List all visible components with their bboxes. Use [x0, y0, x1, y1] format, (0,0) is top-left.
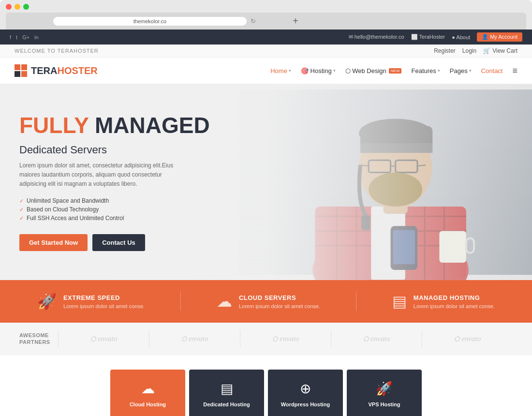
twitter-icon[interactable]: t — [16, 34, 17, 40]
hero-buttons: Get Started Now Contact Us — [19, 234, 210, 251]
wordpress-hosting-label: Wordpress Hosting — [281, 401, 330, 407]
my-account-button[interactable]: 👤 My Account — [477, 32, 522, 42]
partner-logo-2: ⬡ envato — [149, 330, 240, 347]
feature-cloud-desc: Lorem ipsum dolor sit amet conse. — [239, 303, 320, 309]
speed-icon: 🚀 — [37, 292, 57, 311]
feature-divider-1 — [180, 292, 181, 311]
hero-title-managed: MANAGED — [95, 113, 210, 138]
tab-dedicated-hosting[interactable]: ▤ Dedicated Hosting — [189, 370, 264, 416]
top-utility-bar: f t G+ in ✉ hello@themekolor.co ⬜ TeraHo… — [0, 30, 532, 45]
hero-subtitle: Dedicated Servers — [19, 144, 210, 156]
feature-cloud-text: CLOUD SERVERS Lorem ipsum dolor sit amet… — [239, 294, 320, 309]
nav-features[interactable]: Features ▾ — [411, 67, 440, 74]
feature-divider-2 — [356, 292, 356, 311]
feature-managed-title: MANAGED HOSTING — [414, 294, 495, 301]
feature-cloud: ☁ CLOUD SERVERS Lorem ipsum dolor sit am… — [217, 292, 320, 311]
refresh-icon[interactable]: ↻ — [251, 17, 256, 25]
cloud-hosting-label: Cloud Hosting — [130, 401, 166, 407]
partner-logo-5: ⬡ envato — [422, 330, 513, 347]
hosting-tabs: ☁ Cloud Hosting ▤ Dedicated Hosting ⊕ Wo… — [0, 355, 532, 416]
partners-label: AWESOMEPARTNERS — [19, 332, 58, 346]
welcome-bar-right: Register Login 🛒 View Cart — [434, 47, 517, 54]
feature-managed-desc: Lorem ipsum dolor sit amet conse. — [414, 303, 495, 309]
logo[interactable]: TERAHOSTER — [15, 64, 98, 77]
login-link[interactable]: Login — [462, 47, 476, 54]
browser-chrome: themekolor.co ↻ + — [0, 0, 532, 30]
hamburger-menu[interactable]: ≡ — [512, 66, 517, 76]
dedicated-hosting-icon: ▤ — [221, 381, 233, 397]
view-cart-link[interactable]: 🛒 View Cart — [483, 47, 517, 54]
feature-item-2: ✓Based on Cloud Technology — [19, 205, 210, 214]
partner-logo-1: ⬡ envato — [58, 330, 149, 347]
feature-cloud-title: CLOUD SERVERS — [239, 294, 320, 301]
feature-managed: ▤ MANAGED HOSTING Lorem ipsum dolor sit … — [392, 292, 495, 311]
feature-speed: 🚀 EXTREME SPEED Lorem ipsum dolor sit am… — [37, 292, 145, 311]
feature-item-1: ✓Unlimited Space and Bandwidth — [19, 196, 210, 205]
nav-pages[interactable]: Pages ▾ — [450, 67, 472, 74]
main-navigation: TERAHOSTER Home ▾ 🎯 Hosting ▾ ⬡ Web Desi… — [0, 58, 532, 84]
url-bar[interactable]: themekolor.co — [53, 17, 247, 26]
email-link[interactable]: ✉ hello@themekolor.co — [349, 34, 404, 40]
dot-yellow[interactable] — [15, 4, 20, 10]
browser-dots — [6, 4, 526, 10]
hero-features-list: ✓Unlimited Space and Bandwidth ✓Based on… — [19, 196, 210, 223]
dot-green[interactable] — [23, 4, 29, 10]
facebook-icon[interactable]: f — [10, 34, 11, 40]
nav-contact[interactable]: Contact — [481, 67, 503, 74]
hero-title: FULLY MANAGED — [19, 113, 210, 138]
terahoster-link[interactable]: ⬜ TeraHoster — [411, 34, 445, 40]
welcome-text: WELCOME TO TERAHOSTER — [15, 48, 99, 54]
vps-hosting-icon: 🚀 — [376, 381, 393, 397]
feature-speed-text: EXTREME SPEED Lorem ipsum dolor sit amet… — [63, 294, 145, 309]
tab-vps-hosting[interactable]: 🚀 VPS Hosting — [347, 370, 422, 416]
nav-items: Home ▾ 🎯 Hosting ▾ ⬡ Web Design NEW Feat… — [270, 66, 517, 76]
logo-icon — [15, 64, 27, 77]
cloud-icon: ☁ — [217, 292, 232, 311]
wordpress-hosting-icon: ⊕ — [300, 381, 311, 397]
top-bar-right: ✉ hello@themekolor.co ⬜ TeraHoster ● Abo… — [349, 32, 522, 42]
check-icon-3: ✓ — [19, 215, 24, 222]
server-icon: ▤ — [392, 292, 407, 311]
feature-speed-title: EXTREME SPEED — [63, 294, 145, 301]
welcome-bar: WELCOME TO TERAHOSTER Register Login 🛒 V… — [0, 45, 532, 58]
partners-bar: AWESOMEPARTNERS ⬡ envato ⬡ envato ⬡ enva… — [0, 323, 532, 355]
vps-hosting-label: VPS Hosting — [368, 401, 400, 407]
hero-title-fully: FULLY — [19, 113, 89, 138]
dedicated-hosting-label: Dedicated Hosting — [203, 401, 250, 407]
dot-red[interactable] — [6, 4, 12, 10]
new-badge: NEW — [389, 68, 402, 74]
register-link[interactable]: Register — [434, 47, 456, 54]
contact-us-button[interactable]: Contact Us — [92, 234, 145, 251]
get-started-button[interactable]: Get Started Now — [19, 234, 88, 251]
logo-hoster: HOSTER — [57, 65, 97, 76]
logo-text: TERAHOSTER — [31, 65, 98, 76]
feature-speed-desc: Lorem ipsum dolor sit amet conse. — [63, 303, 145, 309]
linkedin-icon[interactable]: in — [34, 34, 39, 40]
logo-tera: TERA — [31, 65, 57, 76]
nav-home[interactable]: Home ▾ — [270, 67, 291, 74]
about-link[interactable]: ● About — [452, 34, 470, 40]
partner-logo-3: ⬡ envato — [240, 330, 331, 347]
tab-wordpress-hosting[interactable]: ⊕ Wordpress Hosting — [268, 370, 343, 416]
partner-logo-4: ⬡ envato — [331, 330, 422, 347]
social-links: f t G+ in — [10, 34, 39, 40]
check-icon-1: ✓ — [19, 198, 24, 204]
features-strip: 🚀 EXTREME SPEED Lorem ipsum dolor sit am… — [0, 280, 532, 323]
partners-logos: ⬡ envato ⬡ envato ⬡ envato ⬡ envato ⬡ en… — [58, 330, 513, 347]
nav-web-design[interactable]: ⬡ Web Design NEW — [345, 67, 402, 74]
hero-content: FULLY MANAGED Dedicated Servers Lorem ip… — [0, 84, 229, 280]
hero-description: Lorem ipsum dolor sit amet, consectetur … — [19, 161, 184, 189]
new-tab-icon[interactable]: + — [260, 15, 298, 27]
hero-section: FULLY MANAGED Dedicated Servers Lorem ip… — [0, 84, 532, 280]
cloud-hosting-icon: ☁ — [141, 381, 155, 397]
tab-cloud-hosting[interactable]: ☁ Cloud Hosting — [110, 370, 185, 416]
check-icon-2: ✓ — [19, 207, 24, 213]
google-plus-icon[interactable]: G+ — [22, 34, 30, 40]
feature-managed-text: MANAGED HOSTING Lorem ipsum dolor sit am… — [414, 294, 495, 309]
nav-hosting[interactable]: 🎯 Hosting ▾ — [301, 67, 336, 74]
feature-item-3: ✓Full SSH Acces and Unlimited Control — [19, 214, 210, 223]
